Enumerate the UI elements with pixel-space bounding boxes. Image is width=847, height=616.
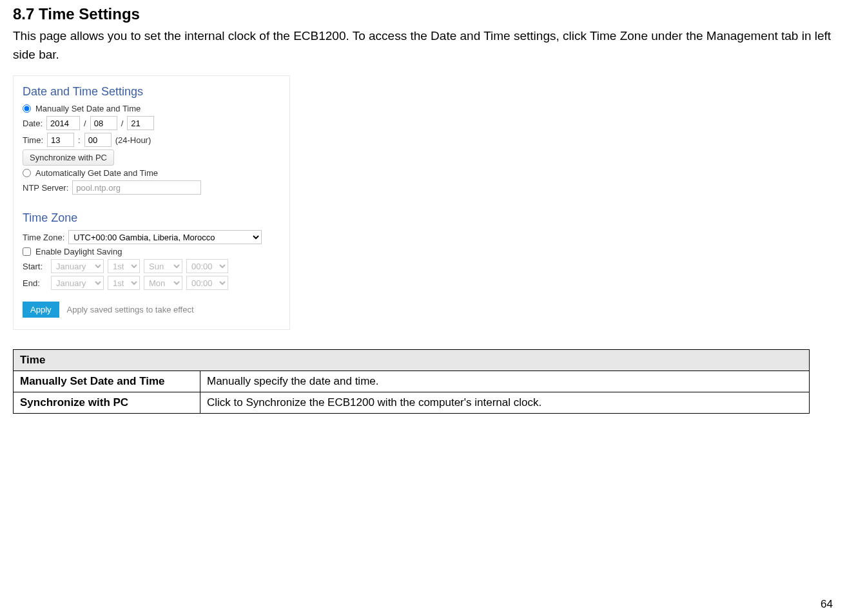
timezone-select[interactable]: UTC+00:00 Gambia, Liberia, Morocco (68, 230, 262, 244)
manual-date-time-radio[interactable] (23, 104, 31, 113)
definitions-table: Time Manually Set Date and Time Manually… (13, 349, 810, 414)
section-title: 8.7 Time Settings (13, 5, 834, 23)
dst-end-month-select[interactable]: January (51, 276, 104, 290)
date-sep1: / (84, 119, 86, 128)
ntp-server-input[interactable] (72, 180, 201, 195)
apply-button[interactable]: Apply (23, 302, 59, 318)
daylight-saving-checkbox[interactable] (23, 247, 31, 256)
date-year-input[interactable] (46, 116, 80, 130)
datetime-settings-title: Date and Time Settings (23, 85, 280, 99)
dst-end-time-select[interactable]: 00:00 (186, 276, 228, 290)
date-day-input[interactable] (127, 116, 154, 130)
auto-date-time-radio[interactable] (23, 169, 31, 177)
table-row: Synchronize with PC Click to Synchronize… (14, 392, 810, 414)
sync-with-pc-button[interactable]: Synchronize with PC (23, 149, 114, 166)
ntp-server-label: NTP Server: (23, 183, 68, 193)
table-cell-val: Manually specify the date and time. (200, 371, 810, 392)
table-cell-key: Synchronize with PC (14, 392, 200, 414)
auto-date-time-radio-label[interactable]: Automatically Get Date and Time (23, 168, 158, 178)
dst-end-day-select[interactable]: Mon (144, 276, 182, 290)
time-label: Time: (23, 135, 43, 145)
screenshot-panel: Date and Time Settings Manually Set Date… (13, 75, 290, 330)
apply-note: Apply saved settings to take effect (67, 305, 194, 314)
table-cell-key: Manually Set Date and Time (14, 371, 200, 392)
timezone-label: Time Zone: (23, 233, 64, 242)
table-header: Time (14, 350, 810, 371)
intro-paragraph: This page allows you to set the internal… (13, 27, 834, 64)
time-sep: : (78, 135, 81, 145)
dst-start-label: Start: (23, 262, 47, 271)
date-label: Date: (23, 119, 43, 128)
time-min-input[interactable] (84, 133, 112, 147)
dst-check-text: Enable Daylight Saving (35, 247, 122, 256)
auto-radio-text: Automatically Get Date and Time (35, 168, 158, 178)
table-row: Manually Set Date and Time Manually spec… (14, 371, 810, 392)
date-sep2: / (121, 119, 124, 128)
page-number: 64 (821, 598, 833, 611)
date-month-input[interactable] (90, 116, 117, 130)
dst-start-time-select[interactable]: 00:00 (186, 259, 228, 273)
dst-end-week-select[interactable]: 1st (108, 276, 140, 290)
time-format-label: (24-Hour) (115, 135, 151, 145)
time-hour-input[interactable] (47, 133, 74, 147)
table-cell-val: Click to Synchronize the ECB1200 with th… (200, 392, 810, 414)
dst-end-label: End: (23, 278, 47, 288)
timezone-panel-title: Time Zone (23, 211, 280, 225)
manual-radio-text: Manually Set Date and Time (35, 104, 141, 113)
dst-start-day-select[interactable]: Sun (144, 259, 182, 273)
manual-date-time-radio-label[interactable]: Manually Set Date and Time (23, 104, 141, 113)
dst-start-month-select[interactable]: January (51, 259, 104, 273)
dst-start-week-select[interactable]: 1st (108, 259, 140, 273)
daylight-saving-checkbox-label[interactable]: Enable Daylight Saving (23, 247, 122, 256)
